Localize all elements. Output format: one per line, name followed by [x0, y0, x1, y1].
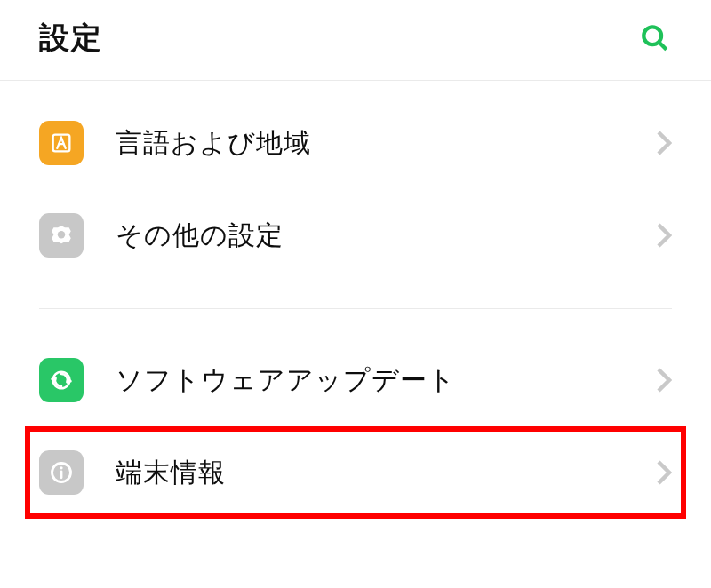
row-label: 言語および地域 [84, 125, 656, 162]
svg-point-7 [60, 466, 62, 469]
svg-line-1 [659, 43, 667, 50]
chevron-right-icon [656, 459, 672, 486]
row-software-update[interactable]: ソフトウェアアップデート [39, 334, 672, 426]
chevron-right-icon [656, 222, 672, 249]
settings-section-1: 言語および地域 その他の設定 [0, 81, 711, 290]
settings-section-2: ソフトウェアアップデート [0, 334, 711, 426]
footer-space [0, 519, 711, 554]
row-label: 端末情報 [84, 455, 656, 491]
row-language-region[interactable]: 言語および地域 [39, 97, 672, 189]
page-title: 設定 [39, 18, 103, 59]
row-label: ソフトウェアアップデート [84, 362, 656, 399]
search-button[interactable] [638, 21, 672, 55]
svg-point-3 [58, 231, 65, 238]
info-icon [39, 450, 84, 495]
chevron-right-icon [656, 367, 672, 393]
row-label: その他の設定 [84, 218, 656, 254]
search-icon [640, 23, 670, 53]
language-icon [39, 121, 84, 165]
header: 設定 [0, 0, 711, 81]
row-other-settings[interactable]: その他の設定 [39, 189, 672, 282]
gear-icon [39, 213, 84, 258]
row-about-device[interactable]: 端末情報 [39, 426, 672, 519]
update-icon [39, 358, 84, 402]
chevron-right-icon [656, 130, 672, 156]
highlighted-row-wrap: 端末情報 [25, 426, 686, 519]
section-divider [39, 308, 672, 309]
svg-point-0 [643, 27, 661, 44]
